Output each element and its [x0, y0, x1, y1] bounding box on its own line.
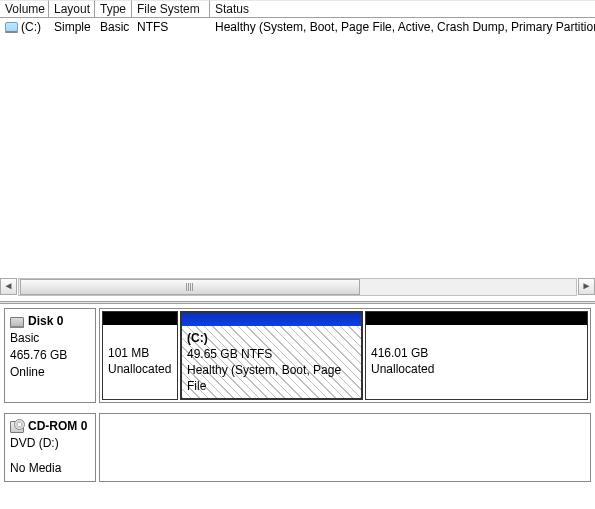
- col-volume[interactable]: Volume: [0, 0, 49, 18]
- disk0-state: Online: [10, 364, 90, 381]
- col-status[interactable]: Status: [210, 0, 595, 18]
- horizontal-scrollbar[interactable]: ◄ ►: [0, 278, 595, 296]
- cdrom-type: DVD (D:): [10, 435, 90, 452]
- cdrom-title-text: CD-ROM 0: [28, 418, 87, 435]
- status-cell: Healthy (System, Boot, Page File, Active…: [210, 18, 595, 36]
- col-layout[interactable]: Layout: [49, 0, 95, 18]
- disk0-type: Basic: [10, 330, 90, 347]
- drive-icon: [5, 22, 18, 32]
- volume-list[interactable]: (C:) Simple Basic NTFS Healthy (System, …: [0, 18, 595, 278]
- disk0-info[interactable]: Disk 0 Basic 465.76 GB Online: [4, 308, 96, 403]
- col-filesystem[interactable]: File System: [132, 0, 210, 18]
- volume-cell: (C:): [0, 18, 49, 36]
- cdrom-info[interactable]: CD-ROM 0 DVD (D:) No Media: [4, 413, 96, 482]
- cdrom-state: No Media: [10, 460, 90, 477]
- partition-color-bar: [103, 312, 177, 325]
- disk0-size: 465.76 GB: [10, 347, 90, 364]
- partition-status: Healthy (System, Boot, Page File: [187, 362, 356, 394]
- volume-row[interactable]: (C:) Simple Basic NTFS Healthy (System, …: [0, 18, 595, 36]
- partition-c[interactable]: (C:) 49.65 GB NTFS Healthy (System, Boot…: [180, 311, 363, 400]
- partition-color-bar: [182, 313, 361, 326]
- partition-state: Unallocated: [371, 361, 582, 377]
- scroll-right-button[interactable]: ►: [578, 278, 595, 295]
- cdrom-row: CD-ROM 0 DVD (D:) No Media: [4, 413, 591, 482]
- filesystem-cell: NTFS: [132, 18, 210, 36]
- disk0-row: Disk 0 Basic 465.76 GB Online 101 MB Una…: [4, 308, 591, 403]
- disk0-partition-map: 101 MB Unallocated (C:) 49.65 GB NTFS He…: [99, 308, 591, 403]
- partition-sizefs: 49.65 GB NTFS: [187, 346, 356, 362]
- layout-cell: Simple: [49, 18, 95, 36]
- type-cell: Basic: [95, 18, 132, 36]
- cdrom-partition-map[interactable]: [99, 413, 591, 482]
- partition-name: (C:): [187, 331, 208, 345]
- cd-icon: [10, 421, 24, 433]
- disk0-title-text: Disk 0: [28, 313, 63, 330]
- disk-map-pane: Disk 0 Basic 465.76 GB Online 101 MB Una…: [0, 304, 595, 482]
- scroll-left-button[interactable]: ◄: [0, 278, 17, 295]
- hdd-icon: [10, 317, 24, 327]
- volume-table-header: Volume Layout Type File System Status: [0, 0, 595, 18]
- partition-size: 416.01 GB: [371, 345, 582, 361]
- cdrom-title: CD-ROM 0: [10, 418, 90, 435]
- partition-state: Unallocated: [108, 361, 172, 377]
- partition-color-bar: [366, 312, 587, 325]
- col-type[interactable]: Type: [95, 0, 132, 18]
- partition-unallocated-2[interactable]: 416.01 GB Unallocated: [365, 311, 588, 400]
- disk0-title: Disk 0: [10, 313, 90, 330]
- partition-unallocated-1[interactable]: 101 MB Unallocated: [102, 311, 178, 400]
- volume-name: (C:): [21, 19, 41, 35]
- partition-size: 101 MB: [108, 345, 172, 361]
- scrollbar-thumb[interactable]: [20, 279, 360, 295]
